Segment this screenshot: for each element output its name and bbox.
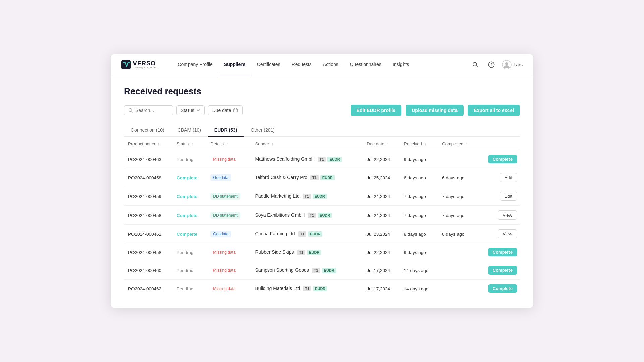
status-pending: Pending: [177, 268, 194, 273]
nav-company-profile[interactable]: Company Profile: [172, 54, 218, 75]
col-received[interactable]: Received ↓: [400, 137, 438, 150]
detail-badge: Missing data: [210, 267, 238, 274]
user-menu[interactable]: Lars: [502, 60, 523, 69]
nav-requests[interactable]: Requests: [286, 54, 317, 75]
sort-icon-received: ↓: [424, 142, 426, 146]
user-icon: [502, 60, 512, 69]
view-button[interactable]: View: [498, 229, 517, 238]
nav-actions[interactable]: Actions: [318, 54, 344, 75]
tag-eudr: EUDR: [307, 250, 321, 255]
sort-icon-batch: ↑: [158, 142, 160, 146]
sort-icon-completed: ↑: [466, 142, 468, 146]
navigation: VERSO formerly sustainab... Company Prof…: [111, 54, 533, 75]
toolbar-left: Status Due date: [124, 105, 243, 115]
tag-t1: T1: [318, 157, 326, 162]
tag-t1: T1: [303, 286, 311, 291]
edit-eudr-button[interactable]: Edit EUDR profile: [351, 105, 402, 116]
svg-text:?: ?: [490, 62, 492, 67]
table-row: PO2024-000458 Complete DD statement Soya…: [124, 206, 520, 225]
export-excel-button[interactable]: Export all to excel: [468, 105, 520, 116]
received-time: 9 days ago: [404, 157, 426, 162]
help-icon: ?: [488, 61, 495, 68]
user-name: Lars: [514, 62, 523, 67]
svg-line-8: [131, 111, 133, 112]
page-title: Received requests: [124, 86, 520, 97]
tabs: Connection (10) CBAM (10) EUDR (53) Othe…: [124, 124, 520, 137]
complete-button[interactable]: Complete: [488, 248, 517, 256]
svg-rect-9: [234, 109, 238, 112]
received-time: 7 days ago: [404, 213, 426, 218]
status-pending: Pending: [177, 157, 194, 162]
sender-name: Matthews Scaffolding GmbH: [255, 156, 315, 162]
batch-id: PO2024-000461: [128, 232, 161, 237]
tag-eudr: EUDR: [320, 175, 335, 180]
calendar-icon: [233, 108, 238, 113]
edit-button[interactable]: Edit: [500, 173, 517, 182]
nav-questionnaires[interactable]: Questionnaires: [344, 54, 387, 75]
col-sender[interactable]: Sender ↑: [251, 137, 363, 150]
help-button[interactable]: ?: [486, 59, 497, 70]
detail-badge: Geodata: [210, 231, 231, 237]
sender-name: Telford Cash & Carry Pro: [255, 175, 308, 180]
search-box[interactable]: [124, 105, 173, 115]
search-input[interactable]: [135, 108, 169, 113]
due-date: Jul 22,2024: [367, 157, 390, 162]
batch-id: PO2024-000458: [128, 250, 161, 255]
tag-t1: T1: [298, 231, 306, 237]
table-row: PO2024-000461 Complete Geodata Cocoa Far…: [124, 225, 520, 243]
due-date-label: Due date: [212, 108, 231, 113]
col-details[interactable]: Details ↑: [206, 137, 251, 150]
col-due-date[interactable]: Due date ↑: [363, 137, 399, 150]
tag-eudr: EUDR: [318, 213, 332, 218]
complete-button[interactable]: Complete: [488, 284, 517, 293]
tab-connection[interactable]: Connection (10): [124, 124, 171, 137]
nav-insights[interactable]: Insights: [387, 54, 414, 75]
nav-actions-right: ? Lars: [470, 59, 523, 70]
main-window: VERSO formerly sustainab... Company Prof…: [111, 54, 533, 308]
tag-eudr: EUDR: [308, 231, 322, 237]
sender-name: Soya Exhibitions GmbH: [255, 212, 305, 218]
nav-certificates[interactable]: Certificates: [252, 54, 286, 75]
col-completed[interactable]: Completed ↑: [438, 137, 478, 150]
tag-t1: T1: [297, 250, 305, 255]
col-action: [478, 137, 520, 150]
tab-cbam[interactable]: CBAM (10): [171, 124, 208, 137]
due-date: Jul 24,2024: [367, 194, 390, 199]
edit-button[interactable]: Edit: [500, 192, 517, 201]
batch-id: PO2024-000460: [128, 268, 161, 273]
status-pending: Pending: [177, 286, 194, 291]
detail-badge: DD statement: [210, 193, 240, 200]
received-time: 8 days ago: [404, 232, 426, 237]
status-complete: Complete: [177, 232, 198, 237]
col-product-batch[interactable]: Product batch ↑: [124, 137, 173, 150]
toolbar-right: Edit EUDR profile Upload missing data Ex…: [351, 105, 520, 116]
view-button[interactable]: View: [498, 210, 517, 220]
status-filter-label: Status: [181, 108, 194, 113]
detail-badge: DD statement: [210, 212, 240, 219]
table-row: PO2024-000458 Pending Missing data Rubbe…: [124, 243, 520, 261]
search-button[interactable]: [470, 59, 481, 70]
received-time: 6 days ago: [404, 175, 426, 180]
complete-button[interactable]: Complete: [488, 266, 517, 275]
tab-other[interactable]: Other (201): [244, 124, 281, 137]
tab-eudr[interactable]: EUDR (53): [208, 124, 244, 137]
nav-suppliers[interactable]: Suppliers: [219, 54, 251, 75]
complete-button[interactable]: Complete: [488, 155, 517, 163]
col-status[interactable]: Status ↑: [173, 137, 207, 150]
batch-id: PO2024-000459: [128, 194, 161, 199]
detail-badge: Missing data: [210, 156, 238, 163]
due-date: Jul 17,2024: [367, 286, 390, 291]
tag-eudr: EUDR: [327, 157, 342, 162]
batch-id: PO2024-000463: [128, 157, 161, 162]
tag-eudr: EUDR: [313, 286, 327, 291]
status-complete: Complete: [177, 213, 198, 218]
due-date-filter[interactable]: Due date: [208, 105, 243, 115]
logo-icon: [121, 60, 131, 69]
status-filter[interactable]: Status: [176, 105, 205, 115]
upload-missing-button[interactable]: Upload missing data: [406, 105, 464, 116]
tag-t1: T1: [312, 268, 320, 273]
status-pending: Pending: [177, 250, 194, 255]
chevron-down-icon: [196, 108, 200, 112]
sender-name: Paddle Marketing Ltd: [255, 193, 300, 199]
completed-time: 6 days ago: [442, 175, 464, 180]
